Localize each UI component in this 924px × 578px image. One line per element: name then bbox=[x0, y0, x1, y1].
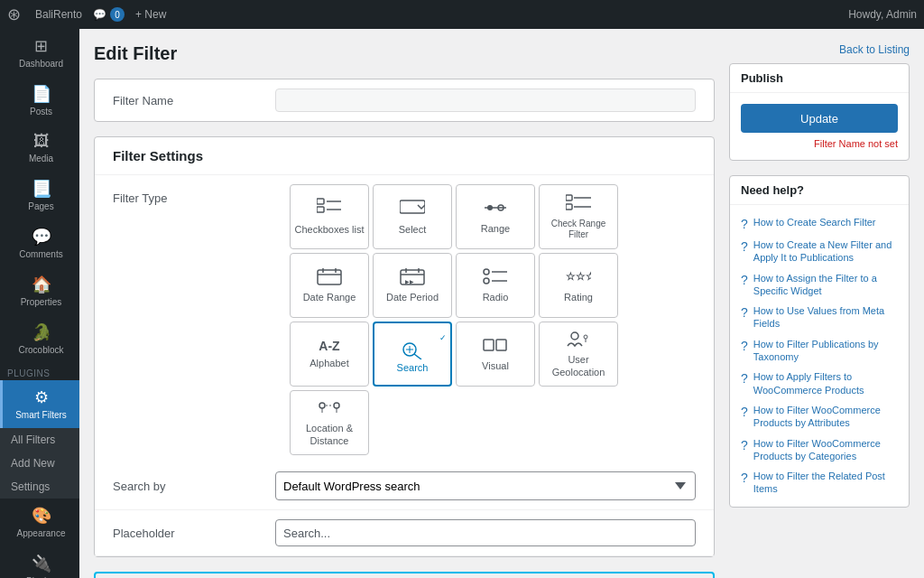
rating-icon: ☆☆☆ bbox=[566, 267, 591, 288]
filter-type-label-text: Checkboxes list bbox=[294, 224, 364, 236]
filter-type-label-text: Alphabet bbox=[310, 358, 348, 369]
select-icon bbox=[400, 198, 425, 221]
sidebar-item-posts[interactable]: 📄 Posts bbox=[0, 77, 79, 125]
sidebar-item-media[interactable]: 🖼 Media bbox=[0, 125, 79, 172]
search-icon bbox=[402, 341, 423, 362]
filter-type-rating[interactable]: ☆☆☆ Rating bbox=[539, 253, 618, 318]
back-to-listing-link[interactable]: Back to Listing bbox=[729, 43, 910, 56]
filter-type-range[interactable]: Range bbox=[456, 184, 535, 249]
filter-type-label-text: Date Period bbox=[386, 292, 439, 303]
help-link-create-new[interactable]: How to Create a New Filter and Apply It … bbox=[753, 238, 898, 265]
sidebar-item-dashboard[interactable]: ⊞ Dashboard bbox=[0, 29, 79, 77]
posts-icon: 📄 bbox=[32, 84, 51, 104]
crocoblock-icon: 🐊 bbox=[32, 322, 51, 342]
date-period-icon: ▶▶ bbox=[400, 267, 425, 288]
filter-type-date-range[interactable]: Date Range bbox=[290, 253, 369, 318]
checkboxes-icon bbox=[317, 198, 342, 221]
filter-type-date-period[interactable]: ▶▶ Date Period bbox=[373, 253, 452, 318]
sidebar-item-properties[interactable]: 🏠 Properties bbox=[0, 267, 79, 315]
filter-name-input-placeholder bbox=[275, 89, 696, 112]
placeholder-row: Placeholder bbox=[95, 510, 714, 556]
sidebar-sub-all-filters[interactable]: All Filters bbox=[0, 428, 79, 452]
filter-type-label-text: Check Range Filter bbox=[543, 219, 614, 240]
svg-rect-0 bbox=[317, 199, 324, 204]
sidebar-item-pages[interactable]: 📃 Pages bbox=[0, 172, 79, 219]
filter-type-select[interactable]: Select bbox=[373, 184, 452, 249]
filter-type-user-geolocation[interactable]: User Geolocation bbox=[539, 322, 618, 387]
filter-type-label-text: Search bbox=[397, 362, 429, 374]
filter-type-check-range[interactable]: Check Range Filter bbox=[539, 184, 618, 249]
location-distance-icon bbox=[317, 398, 342, 419]
placeholder-input[interactable] bbox=[275, 519, 696, 546]
filter-type-label-text: Rating bbox=[564, 292, 593, 303]
sidebar: ⊞ Dashboard 📄 Posts 🖼 Media 📃 Pages 💬 Co… bbox=[0, 29, 79, 578]
help-question-icon: ? bbox=[741, 339, 748, 353]
help-item-filter-woo-attr: ? How to Filter WooCommerce Products by … bbox=[741, 400, 898, 434]
svg-text:☆☆☆: ☆☆☆ bbox=[566, 270, 591, 283]
help-body: ? How to Create Search Filter ? How to C… bbox=[730, 205, 909, 507]
help-item-create-search: ? How to Create Search Filter bbox=[741, 212, 898, 235]
sidebar-item-label: Smart Filters bbox=[15, 410, 67, 421]
comment-count-badge: 0 bbox=[110, 7, 125, 22]
radio-icon bbox=[483, 267, 508, 288]
site-name[interactable]: BaliRento bbox=[35, 8, 82, 21]
pages-icon: 📃 bbox=[32, 179, 51, 199]
sidebar-item-plugins[interactable]: 🔌 Plugins bbox=[0, 546, 79, 578]
sidebar-sub-add-new[interactable]: Add New bbox=[0, 452, 79, 475]
help-link-apply-woo[interactable]: How to Apply Filters to WooCommerce Prod… bbox=[753, 370, 898, 396]
filter-type-label-text: Select bbox=[399, 224, 427, 236]
publish-body: Update Filter Name not set bbox=[730, 93, 909, 160]
filter-settings-title: Filter Settings bbox=[95, 137, 714, 175]
svg-point-34 bbox=[584, 335, 587, 339]
sidebar-item-crocoblock[interactable]: 🐊 Crocoblock bbox=[0, 315, 79, 363]
help-link-filter-related[interactable]: How to Filter the Related Post Items bbox=[753, 470, 898, 496]
filter-type-radio[interactable]: Radio bbox=[456, 253, 535, 318]
content-area: Edit Filter Filter Name Filter Settings … bbox=[79, 29, 924, 578]
help-question-icon: ? bbox=[741, 371, 748, 386]
help-link-use-values[interactable]: How to Use Values from Meta Fields bbox=[753, 304, 898, 331]
help-question-icon: ? bbox=[741, 239, 748, 254]
filter-settings-section: Filter Settings Filter Type Checkboxes l… bbox=[94, 136, 715, 557]
search-by-label: Search by bbox=[113, 480, 275, 493]
svg-rect-31 bbox=[484, 340, 494, 350]
sidebar-sub-settings[interactable]: Settings bbox=[0, 475, 79, 499]
smart-filters-icon: ⚙ bbox=[34, 387, 49, 407]
filter-type-checkboxes[interactable]: Checkboxes list bbox=[290, 184, 369, 249]
search-by-row: Search by Default WordPress search bbox=[95, 462, 714, 510]
help-link-create-search[interactable]: How to Create Search Filter bbox=[753, 216, 876, 228]
help-link-filter-taxonomy[interactable]: How to Filter Publications by Taxonomy bbox=[753, 338, 898, 364]
sidebar-item-label: Media bbox=[29, 154, 53, 164]
help-link-filter-woo-cat[interactable]: How to Filter WooCommerce Products by Ca… bbox=[753, 437, 898, 463]
comments-icon: 💬 bbox=[32, 227, 51, 247]
search-check-mark: ✓ bbox=[439, 333, 447, 343]
svg-line-28 bbox=[414, 354, 421, 359]
filter-type-visual[interactable]: Visual bbox=[456, 322, 535, 387]
dashboard-icon: ⊞ bbox=[34, 36, 48, 56]
sidebar-item-label: Crocoblock bbox=[18, 345, 63, 356]
plugins-section-label: PLUGINS bbox=[0, 363, 79, 380]
filter-type-alphabet[interactable]: A-Z Alphabet bbox=[290, 322, 369, 387]
top-bar: ⊛ BaliRento 💬 0 + New Howdy, Admin bbox=[0, 0, 924, 29]
filter-type-location-distance[interactable]: Location & Distance bbox=[290, 390, 369, 455]
search-by-select[interactable]: Default WordPress search bbox=[275, 471, 696, 500]
filter-type-search[interactable]: ✓ Search bbox=[373, 322, 452, 387]
svg-point-36 bbox=[319, 403, 325, 408]
sidebar-item-comments[interactable]: 💬 Comments bbox=[0, 219, 79, 267]
help-link-assign-widget[interactable]: How to Assign the Filter to a Specific W… bbox=[753, 272, 898, 298]
help-link-filter-woo-attr[interactable]: How to Filter WooCommerce Products by At… bbox=[753, 404, 898, 430]
sidebar-item-smart-filters[interactable]: ⚙ Smart Filters bbox=[0, 380, 79, 428]
alphabet-icon: A-Z bbox=[319, 339, 339, 354]
sidebar-item-appearance[interactable]: 🎨 Appearance bbox=[0, 499, 79, 546]
filter-type-label-text: Radio bbox=[483, 292, 509, 303]
media-icon: 🖼 bbox=[33, 132, 50, 151]
plugins-icon: 🔌 bbox=[32, 554, 51, 573]
new-content-button[interactable]: + New bbox=[135, 8, 166, 21]
wp-logo-icon: ⊛ bbox=[7, 5, 21, 24]
filter-type-label-text: User Geolocation bbox=[543, 354, 614, 378]
properties-icon: 🏠 bbox=[32, 275, 51, 294]
main-content: Edit Filter Filter Name Filter Settings … bbox=[94, 43, 715, 564]
filter-name-label: Filter Name bbox=[113, 94, 275, 107]
filter-name-section: Filter Name bbox=[94, 79, 715, 122]
update-button[interactable]: Update bbox=[741, 104, 898, 133]
comments-link[interactable]: 💬 0 bbox=[93, 7, 125, 22]
